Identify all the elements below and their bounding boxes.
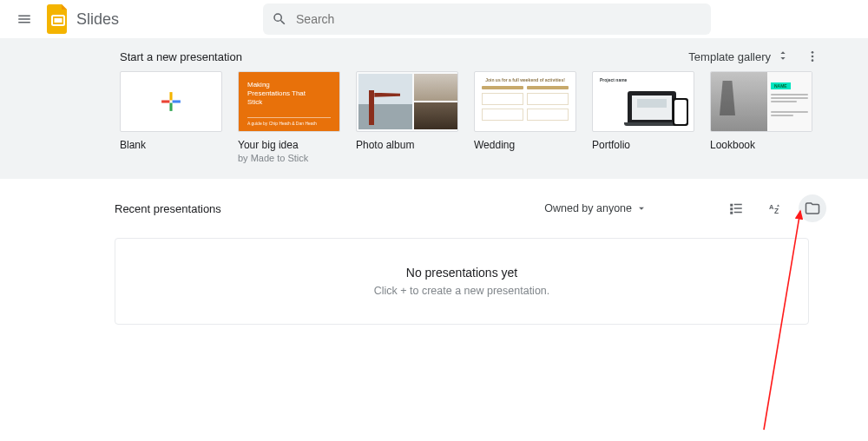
sort-az-icon: A Z [766, 201, 782, 216]
recent-toolbar: Recent presentations Owned by anyone A Z [115, 179, 826, 231]
search-bar[interactable] [263, 3, 711, 35]
plus-icon [159, 89, 183, 114]
svg-text:A: A [769, 203, 774, 211]
template-lookbook: NAME Lookbook [710, 71, 812, 163]
thumb-text: Making Presentations That Stick [247, 81, 331, 107]
template-thumb-photo[interactable] [356, 71, 458, 132]
empty-state: No presentations yet Click + to create a… [115, 238, 809, 325]
template-title: Wedding [474, 139, 576, 151]
templates-row: Blank Making Presentations That Stick A … [115, 71, 826, 163]
main-menu-button[interactable] [7, 2, 42, 36]
svg-rect-1 [55, 18, 62, 23]
slides-icon [47, 4, 69, 34]
ownership-label: Owned by anyone [544, 202, 632, 214]
template-title: Blank [120, 139, 222, 151]
svg-rect-7 [169, 103, 172, 111]
template-title: Portfolio [592, 139, 694, 151]
ownership-filter[interactable]: Owned by anyone [539, 199, 653, 218]
svg-point-3 [812, 56, 814, 58]
thumb-heading: Join us for a full weekend of activities… [482, 77, 569, 82]
thumb-table [482, 86, 569, 121]
gallery-title: Start a new presentation [120, 50, 242, 63]
empty-heading: No presentations yet [406, 266, 517, 280]
gallery-more-button[interactable] [799, 43, 826, 70]
header: Slides [0, 0, 868, 38]
template-gallery-strip: Start a new presentation Template galler… [0, 38, 868, 179]
template-gallery-button[interactable]: Template gallery [683, 45, 795, 69]
template-thumb-lookbook[interactable]: NAME [710, 71, 812, 132]
svg-rect-5 [169, 92, 172, 100]
template-thumb-big-idea[interactable]: Making Presentations That Stick A guide … [238, 71, 340, 132]
template-thumb-wedding[interactable]: Join us for a full weekend of activities… [474, 71, 576, 132]
template-title: Lookbook [710, 139, 812, 151]
thumb-tag: NAME [771, 82, 791, 89]
folder-icon [805, 201, 820, 216]
template-portfolio: Project name Portfolio [592, 71, 694, 163]
svg-rect-6 [173, 100, 181, 102]
sort-button[interactable]: A Z [760, 194, 788, 222]
thumb-image [711, 72, 767, 131]
svg-text:Z: Z [774, 207, 779, 215]
list-view-button[interactable] [722, 194, 750, 222]
laptop-icon [628, 91, 676, 124]
dropdown-icon [635, 202, 648, 214]
template-wedding: Join us for a full weekend of activities… [474, 71, 576, 163]
template-gallery-label: Template gallery [688, 50, 771, 63]
template-title: Photo album [356, 139, 458, 151]
thumb-image [414, 74, 457, 101]
thumb-sidebar: NAME [767, 72, 812, 131]
thumb-text: Project name [600, 77, 687, 82]
template-subtitle: by Made to Stick [238, 153, 340, 163]
template-thumb-blank[interactable] [120, 71, 222, 132]
unfold-icon [776, 49, 790, 65]
svg-point-4 [812, 59, 814, 62]
more-vert-icon [806, 49, 819, 63]
thumb-image [414, 102, 457, 129]
app-name: Slides [76, 10, 119, 29]
template-photo-album: Photo album [356, 71, 458, 163]
open-file-picker-button[interactable] [799, 194, 826, 222]
thumb-image [358, 74, 412, 129]
svg-rect-8 [161, 100, 169, 102]
hamburger-icon [16, 11, 32, 27]
app-logo[interactable]: Slides [47, 4, 119, 34]
template-thumb-portfolio[interactable]: Project name [592, 71, 694, 132]
empty-subtext: Click + to create a new presentation. [374, 285, 550, 297]
phone-icon [673, 98, 688, 126]
search-icon [272, 11, 287, 27]
thumb-footer: A guide by Chip Heath & Dan Heath [247, 117, 331, 126]
list-icon [728, 201, 744, 216]
search-input[interactable] [296, 12, 702, 26]
template-blank: Blank [120, 71, 222, 163]
svg-point-2 [812, 51, 814, 54]
recent-title: Recent presentations [115, 202, 221, 215]
template-big-idea: Making Presentations That Stick A guide … [238, 71, 340, 163]
template-title: Your big idea [238, 139, 340, 151]
